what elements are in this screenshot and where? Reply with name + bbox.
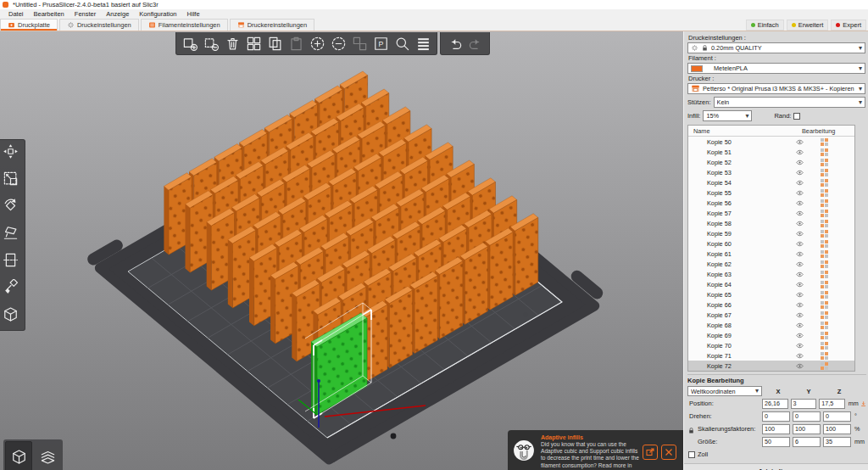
eye-icon[interactable]	[788, 240, 810, 248]
object-row[interactable]: Kopie 63	[688, 269, 854, 279]
edit-grid-icon[interactable]	[810, 332, 854, 339]
mode-erweitert[interactable]: Erweitert	[787, 20, 829, 31]
arrange-icon[interactable]	[244, 34, 263, 53]
object-row[interactable]: Kopie 69	[688, 330, 854, 340]
manip-input-1-z[interactable]: 0	[823, 411, 851, 422]
printer-combo[interactable]: Petterso * Original Prusa i3 MK3S & MK3S…	[687, 83, 865, 94]
object-row[interactable]: Kopie 56	[688, 198, 854, 208]
menu-fenster[interactable]: Fenster	[70, 10, 101, 18]
object-row[interactable]: Kopie 57	[688, 208, 854, 218]
tab-druckeinstellungen[interactable]: Druckeinstellungen	[59, 19, 139, 31]
eye-icon[interactable]	[788, 291, 810, 299]
scale-icon[interactable]	[3, 171, 23, 191]
edit-grid-icon[interactable]	[810, 271, 854, 278]
eye-icon[interactable]	[788, 271, 810, 278]
eye-icon[interactable]	[788, 179, 810, 187]
edit-grid-icon[interactable]	[810, 322, 854, 329]
3d-view-button[interactable]	[5, 441, 32, 470]
cut-icon[interactable]	[3, 252, 23, 272]
object-row[interactable]: Kopie 61	[688, 249, 854, 259]
filament-combo[interactable]: MetelenPLA ▾	[687, 63, 865, 74]
seam-icon[interactable]	[3, 306, 23, 327]
print-settings-combo[interactable]: 0.20mm QUALITY ▾	[687, 42, 865, 53]
mode-expert[interactable]: Expert	[831, 20, 866, 31]
eye-icon[interactable]	[788, 220, 810, 227]
manip-input-0-y[interactable]: 3	[791, 399, 817, 409]
tab-druckereinstellungen[interactable]: Druckereinstellungen	[230, 19, 314, 31]
object-row[interactable]: Kopie 70	[688, 340, 854, 350]
search-icon[interactable]	[392, 34, 411, 53]
layers-view-button[interactable]	[34, 441, 61, 470]
object-row[interactable]: Kopie 72	[688, 361, 854, 371]
object-row[interactable]: Kopie 66	[688, 299, 854, 310]
eye-icon[interactable]	[788, 362, 810, 370]
manip-input-3-x[interactable]: 50	[762, 437, 790, 447]
eye-icon[interactable]	[788, 148, 810, 156]
eye-icon[interactable]	[788, 260, 810, 268]
object-row[interactable]: Kopie 55	[688, 187, 854, 198]
edit-grid-icon[interactable]	[810, 291, 854, 299]
add-icon[interactable]	[181, 34, 199, 53]
paint-supports-icon[interactable]	[3, 279, 23, 299]
tab-druckplatte[interactable]: Druckplatte	[0, 19, 58, 31]
mode-einfach[interactable]: Einfach	[746, 20, 784, 31]
manip-input-1-y[interactable]: 0	[793, 411, 821, 422]
object-row[interactable]: Kopie 65	[688, 289, 854, 299]
supports-combo[interactable]: Kein ▾	[714, 97, 865, 108]
eye-icon[interactable]	[788, 301, 810, 309]
undo-icon[interactable]	[445, 34, 464, 53]
eye-icon[interactable]	[788, 189, 810, 197]
object-row[interactable]: Kopie 62	[688, 259, 854, 269]
eye-icon[interactable]	[788, 230, 810, 238]
object-row[interactable]: Kopie 64	[688, 279, 854, 289]
coordinates-combo[interactable]: Weltkoordinaten ▾	[687, 386, 762, 396]
object-row[interactable]: Kopie 53	[688, 167, 854, 177]
object-row[interactable]: Kopie 68	[688, 320, 854, 330]
edit-grid-icon[interactable]	[810, 169, 854, 176]
manip-input-2-y[interactable]: 100	[793, 424, 821, 434]
edit-grid-icon[interactable]	[810, 342, 854, 350]
object-row[interactable]: Kopie 59	[688, 228, 854, 238]
manip-input-2-z[interactable]: 100	[823, 424, 851, 434]
infill-combo[interactable]: 15% ▾	[703, 110, 752, 121]
object-row[interactable]: Kopie 60	[688, 238, 854, 249]
edit-grid-icon[interactable]	[810, 199, 854, 207]
edit-grid-icon[interactable]	[810, 230, 854, 238]
tab-filamenteinstellungen[interactable]: Filamenteinstellungen	[141, 19, 228, 31]
menu-anzeige[interactable]: Anzeige	[101, 10, 134, 18]
eye-icon[interactable]	[788, 281, 810, 288]
edit-grid-icon[interactable]	[810, 179, 854, 187]
edit-grid-icon[interactable]	[810, 240, 854, 248]
eye-icon[interactable]	[788, 322, 810, 329]
edit-grid-icon[interactable]	[810, 311, 854, 319]
edit-grid-icon[interactable]	[810, 138, 854, 146]
object-row[interactable]: Kopie 67	[688, 310, 854, 320]
eye-icon[interactable]	[788, 342, 810, 350]
manip-input-0-x[interactable]: 26,16	[762, 399, 788, 409]
manip-input-0-z[interactable]: 17,5	[819, 399, 845, 409]
viewport-3d[interactable]: P Adaptive infills Did you know that you…	[0, 31, 683, 470]
manip-input-3-y[interactable]: 6	[793, 437, 821, 447]
edit-grid-icon[interactable]	[810, 189, 854, 197]
rotate-icon[interactable]	[3, 198, 23, 218]
object-row[interactable]: Kopie 50	[688, 137, 854, 147]
delete-all-icon[interactable]	[223, 34, 242, 53]
manip-input-3-z[interactable]: 35	[823, 437, 851, 447]
eye-icon[interactable]	[788, 311, 810, 319]
eye-icon[interactable]	[788, 250, 810, 258]
eye-icon[interactable]	[788, 332, 810, 339]
notification-close-button[interactable]	[661, 445, 676, 460]
slice-now-button[interactable]: Jetzt slicen	[684, 463, 868, 470]
edit-grid-icon[interactable]	[810, 352, 854, 360]
edit-grid-icon[interactable]	[810, 260, 854, 268]
eye-icon[interactable]	[788, 199, 810, 207]
manip-input-2-x[interactable]: 100	[762, 424, 790, 434]
edit-grid-icon[interactable]	[810, 362, 854, 370]
remove-instance-icon[interactable]	[329, 34, 348, 53]
delete-icon[interactable]	[202, 34, 220, 53]
object-row[interactable]: Kopie 51	[688, 147, 854, 157]
menu-konfiguration[interactable]: Konfiguration	[134, 10, 181, 18]
eye-icon[interactable]	[788, 210, 810, 217]
split-parts-icon[interactable]: P	[371, 34, 390, 53]
eye-icon[interactable]	[788, 159, 810, 166]
